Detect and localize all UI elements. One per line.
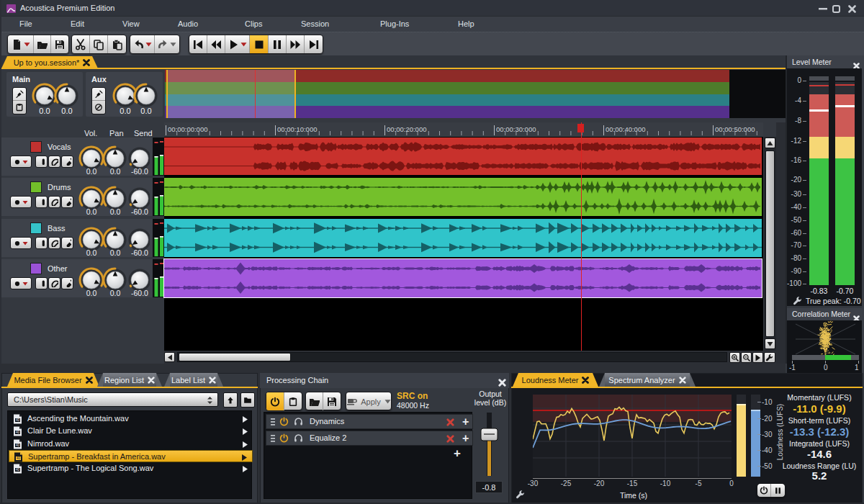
svg-text:40: 40 [16, 418, 20, 422]
svg-text:40: 40 [16, 431, 20, 434]
svg-text:40: 40 [16, 444, 20, 447]
svg-text:40: 40 [17, 456, 21, 460]
svg-text:40: 40 [16, 468, 20, 472]
